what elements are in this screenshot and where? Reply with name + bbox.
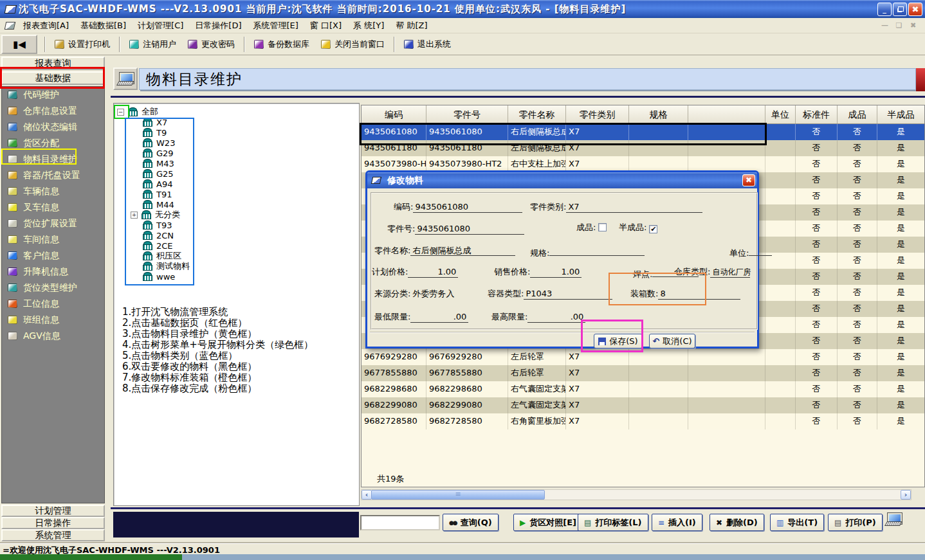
- tree-item-T9[interactable]: T9: [117, 127, 190, 138]
- unit-input[interactable]: [749, 245, 772, 256]
- cancel-button[interactable]: ↶ 取消(C): [649, 334, 695, 348]
- save-button[interactable]: 保存(S): [594, 334, 643, 348]
- box-qty-input[interactable]: 8: [658, 289, 740, 300]
- sidebar-tab-bottom-3[interactable]: 系统管理: [1, 529, 105, 541]
- plan-price-input[interactable]: 1.00: [408, 267, 458, 278]
- code-input[interactable]: 9435061080: [413, 202, 522, 213]
- tree-item-G29[interactable]: G29: [117, 148, 190, 158]
- source-category-input[interactable]: 外委劳务入: [410, 288, 470, 299]
- tree-item-A94[interactable]: A94: [117, 179, 190, 189]
- sidebar-item-9[interactable]: 货位扩展设置: [2, 215, 104, 231]
- sidebar-item-6[interactable]: 容器/托盘设置: [2, 167, 104, 183]
- mdi-minimize-icon[interactable]: —: [879, 21, 890, 30]
- minimize-button[interactable]: _: [877, 3, 892, 16]
- sidebar-item-8[interactable]: 叉车信息: [2, 199, 104, 215]
- sidebar-item-2[interactable]: 仓库信息设置: [2, 103, 104, 119]
- sidebar-item-14[interactable]: 工位信息: [2, 296, 104, 312]
- sidebar-item-16[interactable]: AGV信息: [2, 328, 104, 344]
- tree-root[interactable]: −全部: [117, 107, 190, 117]
- tree-item-无分类[interactable]: +无分类: [117, 210, 190, 220]
- tree-item-X7[interactable]: X7: [117, 117, 190, 127]
- tree-collapse-icon[interactable]: −: [117, 109, 124, 116]
- tree-item-M43[interactable]: M43: [117, 158, 190, 168]
- tree-expand-icon[interactable]: +: [131, 212, 138, 219]
- tree-item-测试物料[interactable]: 测试物料: [117, 261, 190, 271]
- sidebar-tab-report-query[interactable]: 报表查询: [1, 57, 105, 70]
- mdi-restore-icon[interactable]: ❏: [893, 21, 904, 30]
- menu-item-6[interactable]: 窗 口[X]: [304, 19, 347, 33]
- table-row[interactable]: 96827285809682728580右角窗里板加强板X7否否是: [362, 413, 924, 429]
- sidebar-tab-base-data[interactable]: 基础数据: [1, 71, 105, 85]
- part-name-input[interactable]: 右后侧隔板总成: [410, 245, 515, 256]
- zone-compare-button[interactable]: ▶货区对照[E]: [513, 514, 583, 531]
- part-category-input[interactable]: X7: [566, 202, 702, 213]
- table-row[interactable]: 96822986809682298680右气囊固定支架X7否否是: [362, 381, 924, 397]
- horizontal-scrollbar[interactable]: ‹ ›: [361, 489, 911, 500]
- tree-item-T93[interactable]: T93: [117, 220, 190, 230]
- sidebar-item-13[interactable]: 货位类型维护: [2, 280, 104, 296]
- spec-input[interactable]: [549, 245, 645, 256]
- table-row[interactable]: 96778558809677855880右后轮罩X7否否是: [362, 365, 924, 381]
- logout-user-button[interactable]: 注销用户: [124, 36, 182, 53]
- restore-button[interactable]: [893, 3, 907, 16]
- search-input[interactable]: [360, 515, 440, 530]
- sidebar-item-15[interactable]: 班组信息: [2, 312, 104, 328]
- table-row[interactable]: 96769292809676929280左后轮罩X7否否是: [362, 349, 924, 365]
- sidebar-item-4[interactable]: 货区分配: [2, 135, 104, 151]
- table-row[interactable]: 96822990809682299080左气囊固定支架X7否否是: [362, 397, 924, 413]
- container-type-input[interactable]: P1043: [524, 289, 612, 300]
- tree-item-wwe[interactable]: wwe: [117, 271, 190, 282]
- sidebar-item-7[interactable]: 车辆信息: [2, 183, 104, 199]
- insert-button[interactable]: ≡插入(I): [652, 514, 702, 531]
- scroll-left-icon[interactable]: ‹: [362, 490, 372, 500]
- table-row[interactable]: 94350610809435061080右后侧隔板总成X7否否是: [362, 124, 924, 140]
- menu-item-4[interactable]: 日常操作[D]: [189, 19, 247, 33]
- delete-button[interactable]: ✖删除(D): [710, 514, 764, 531]
- part-no-input[interactable]: 9435061080: [415, 224, 524, 235]
- dialog-close-button[interactable]: ✖: [742, 174, 755, 186]
- finished-checkbox[interactable]: [598, 223, 607, 231]
- tree-item-W23[interactable]: W23: [117, 138, 190, 148]
- tree-item-G25[interactable]: G25: [117, 168, 190, 179]
- menu-item-7[interactable]: 系 统[Y]: [347, 19, 390, 33]
- sidebar-item-1[interactable]: 代码维护: [2, 87, 104, 103]
- backup-database-button[interactable]: 备份数据库: [248, 36, 315, 53]
- dialog-title-bar[interactable]: 修改物料 ✖: [367, 172, 757, 188]
- table-row[interactable]: 94350611809435061180左后侧隔板总成X7否否是: [362, 140, 924, 156]
- close-current-window-button[interactable]: 关闭当前窗口: [315, 36, 390, 53]
- mdi-close-icon[interactable]: ✖: [908, 21, 919, 30]
- tree-item-T91[interactable]: T91: [117, 189, 190, 199]
- exit-system-button[interactable]: 退出系统: [398, 36, 457, 53]
- sidebar-tab-bottom-2[interactable]: 日常操作: [1, 517, 105, 529]
- max-limit-input[interactable]: .00: [527, 312, 585, 323]
- scroll-right-icon[interactable]: ›: [901, 490, 911, 500]
- sidebar-item-3[interactable]: 储位状态编辑: [2, 119, 104, 135]
- print-label-button[interactable]: ▤打印标签(L): [578, 514, 648, 531]
- menu-item-2[interactable]: 基础数据[B]: [75, 19, 132, 33]
- close-button[interactable]: ✖: [908, 3, 922, 16]
- tree-item-2CE[interactable]: 2CE: [117, 240, 190, 251]
- sale-price-input[interactable]: 1.00: [530, 267, 582, 278]
- tree-item-M44[interactable]: M44: [117, 199, 190, 210]
- sidebar-item-10[interactable]: 车间信息: [2, 231, 104, 248]
- menu-item-8[interactable]: 帮 助[Z]: [390, 19, 433, 33]
- tree-item-2CN[interactable]: 2CN: [117, 230, 190, 240]
- menu-item-3[interactable]: 计划管理[C]: [132, 19, 189, 33]
- export-button[interactable]: ▥导出(T): [770, 514, 824, 531]
- menu-item-5[interactable]: 系统管理[E]: [248, 19, 304, 33]
- sidebar-item-12[interactable]: 升降机信息: [2, 264, 104, 280]
- min-limit-input[interactable]: .00: [410, 312, 468, 323]
- scrollbar-thumb[interactable]: [371, 490, 545, 500]
- semi-finished-checkbox[interactable]: [649, 225, 657, 233]
- sidebar-item-11[interactable]: 客户信息: [2, 248, 104, 264]
- sidebar-tab-bottom-1[interactable]: 计划管理: [1, 505, 105, 517]
- query-button[interactable]: ●●查询(Q): [443, 514, 499, 531]
- back-button[interactable]: ▮◀: [1, 35, 37, 54]
- print-button[interactable]: ▤打印(P): [828, 514, 883, 531]
- sidebar-item-5[interactable]: 物料目录维护: [2, 151, 104, 167]
- warehouse-type-input[interactable]: 自动化厂房: [710, 267, 750, 278]
- change-password-button[interactable]: 更改密码: [182, 36, 241, 53]
- tree-item-积压区[interactable]: 积压区: [117, 251, 190, 261]
- menu-item-1[interactable]: 报表查询[A]: [17, 19, 75, 33]
- set-printer-button[interactable]: 设置打印机: [49, 36, 116, 53]
